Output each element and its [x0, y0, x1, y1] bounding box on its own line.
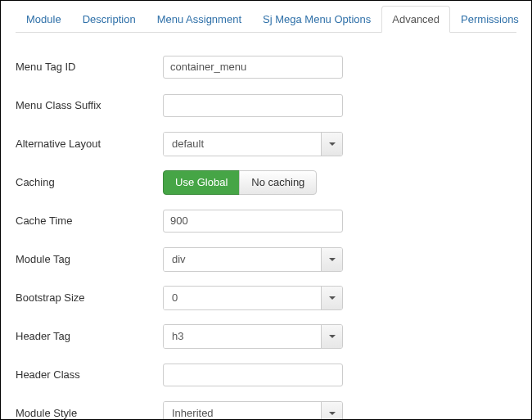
input-header-class[interactable]: [163, 364, 343, 386]
row-menu-class-suffix: Menu Class Suffix: [16, 86, 516, 124]
chevron-down-icon: [321, 325, 342, 348]
row-bootstrap-size: Bootstrap Size 0: [16, 278, 516, 317]
tab-label: Module: [26, 13, 61, 25]
label-bootstrap-size: Bootstrap Size: [16, 291, 163, 304]
row-alternative-layout: Alternative Layout default: [16, 124, 516, 163]
label-cache-time: Cache Time: [16, 215, 163, 227]
tab-label: Sj Mega Menu Options: [263, 13, 371, 25]
select-value: 0: [164, 287, 321, 309]
select-value: Inherited: [164, 402, 321, 421]
label-module-style: Module Style: [16, 407, 163, 419]
tab-permissions[interactable]: Permissions: [450, 6, 530, 33]
tab-label: Description: [83, 13, 136, 25]
advanced-form: Menu Tag ID Menu Class Suffix Alternativ…: [16, 47, 516, 420]
tab-label: Menu Assignment: [157, 13, 241, 25]
tab-label: Permissions: [461, 13, 519, 25]
tab-sj-mega-menu-options[interactable]: Sj Mega Menu Options: [252, 6, 381, 33]
label-header-tag: Header Tag: [16, 330, 163, 342]
row-cache-time: Cache Time: [16, 201, 516, 240]
label-header-class: Header Class: [16, 368, 163, 381]
caching-button-group: Use Global No caching: [163, 170, 317, 195]
tabs-bar: Module Description Menu Assignment Sj Me…: [16, 6, 516, 33]
btn-no-caching[interactable]: No caching: [239, 170, 317, 195]
select-value: div: [164, 248, 321, 271]
row-module-tag: Module Tag div: [16, 240, 516, 278]
chevron-down-icon: [321, 287, 342, 309]
input-menu-class-suffix[interactable]: [163, 94, 343, 117]
row-header-class: Header Class: [16, 355, 516, 394]
btn-label: Use Global: [175, 176, 228, 188]
row-menu-tag-id: Menu Tag ID: [16, 47, 516, 86]
select-header-tag[interactable]: h3: [163, 324, 343, 349]
select-module-style[interactable]: Inherited: [163, 401, 343, 421]
row-caching: Caching Use Global No caching: [16, 163, 516, 201]
select-alternative-layout[interactable]: default: [163, 132, 343, 156]
select-value: default: [164, 133, 321, 156]
chevron-down-icon: [321, 133, 342, 156]
tab-label: Advanced: [392, 13, 440, 25]
label-alternative-layout: Alternative Layout: [16, 138, 163, 150]
chevron-down-icon: [321, 248, 342, 271]
input-menu-tag-id[interactable]: [163, 56, 343, 79]
btn-use-global[interactable]: Use Global: [163, 170, 240, 195]
select-value: h3: [164, 325, 321, 348]
tab-advanced[interactable]: Advanced: [381, 6, 450, 33]
tab-menu-assignment[interactable]: Menu Assignment: [147, 6, 252, 33]
label-menu-class-suffix: Menu Class Suffix: [16, 99, 163, 111]
chevron-down-icon: [321, 402, 342, 421]
label-menu-tag-id: Menu Tag ID: [16, 61, 163, 73]
label-module-tag: Module Tag: [16, 253, 163, 265]
tab-module[interactable]: Module: [16, 6, 72, 33]
tab-description[interactable]: Description: [72, 6, 147, 33]
select-module-tag[interactable]: div: [163, 247, 343, 272]
row-module-style: Module Style Inherited: [16, 394, 516, 420]
btn-label: No caching: [251, 176, 304, 188]
label-caching: Caching: [16, 176, 163, 188]
input-cache-time[interactable]: [163, 210, 343, 233]
select-bootstrap-size[interactable]: 0: [163, 286, 343, 310]
row-header-tag: Header Tag h3: [16, 317, 516, 355]
